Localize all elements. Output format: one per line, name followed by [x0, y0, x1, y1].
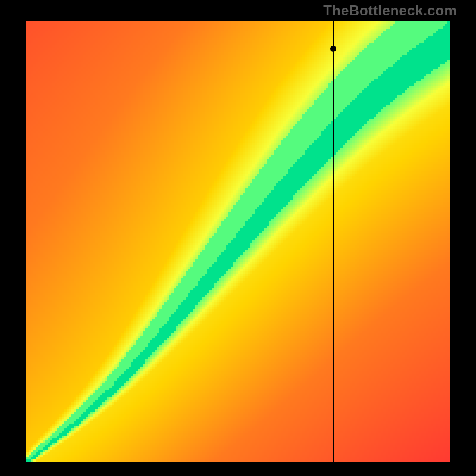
- heatmap-plot: [26, 21, 450, 462]
- crosshair-horizontal: [26, 49, 450, 49]
- heatmap-canvas: [26, 21, 450, 462]
- selection-marker: [330, 46, 336, 52]
- crosshair-vertical: [333, 21, 334, 462]
- stage: TheBottleneck.com: [0, 0, 476, 476]
- watermark-text: TheBottleneck.com: [323, 2, 457, 19]
